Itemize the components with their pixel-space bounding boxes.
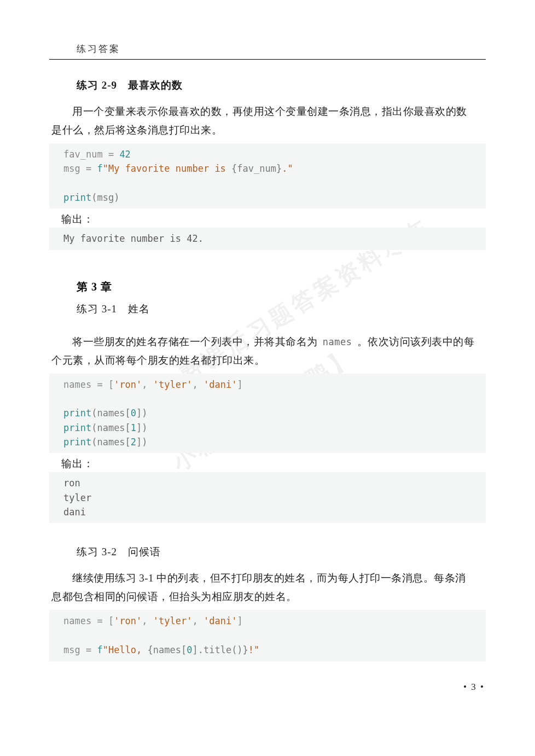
output-block-2-9: My favorite number is 42. (49, 228, 486, 249)
code-token: 'tyler' (153, 379, 193, 390)
code-token: ].title()} (192, 644, 248, 655)
code-block-3-1: names = ['ron', 'tyler', 'dani'] print(n… (49, 374, 486, 453)
code-token: "Hello, (103, 644, 148, 655)
exercise-2-9-title: 练习 2-9 最喜欢的数 (49, 78, 486, 92)
code-token: "My favorite number is (103, 163, 231, 174)
code-token: {names[ (148, 644, 187, 655)
code-token: print (63, 437, 91, 447)
desc-text: 。依次访问该列表中的每 (354, 336, 474, 347)
code-token: msg (63, 163, 86, 174)
chapter-3-title: 第 3 章 (49, 280, 486, 294)
exercise-2-9-desc-2: 是什么，然后将这条消息打印出来。 (49, 120, 486, 141)
code-token: 'tyler' (153, 615, 193, 626)
code-token: (names[ (91, 422, 131, 433)
code-token: 'dani' (203, 379, 237, 390)
code-token: 'dani' (203, 615, 237, 626)
code-token: ." (282, 163, 293, 174)
code-token: names (63, 379, 97, 390)
code-token: 'ron' (114, 615, 142, 626)
code-token: = (86, 163, 97, 174)
exercise-3-2-desc-2: 息都包含相同的问候语，但抬头为相应朋友的姓名。 (49, 586, 486, 607)
code-token: f (97, 163, 102, 174)
code-token: ] (237, 379, 242, 390)
code-token: 'ron' (114, 379, 142, 390)
code-token: 2 (131, 437, 136, 447)
exercise-3-2-desc-1: 继续使用练习 3-1 中的列表，但不打印朋友的姓名，而为每人打印一条消息。每条消 (49, 568, 486, 589)
document-page: 练习答案 练习 2-9 最喜欢的数 用一个变量来表示你最喜欢的数，再使用这个变量… (0, 0, 535, 683)
code-token: (names[ (91, 408, 131, 418)
code-token: names (63, 615, 97, 626)
code-token: 0 (131, 408, 136, 418)
exercise-3-1-desc-1: 将一些朋友的姓名存储在一个列表中，并将其命名为 names 。依次访问该列表中的… (49, 332, 486, 352)
code-token: , (192, 379, 203, 390)
code-token: , (192, 615, 203, 626)
code-token: !" (248, 644, 259, 655)
code-token: msg (63, 644, 86, 655)
code-token: 42 (119, 149, 130, 160)
inline-code-names: names (321, 336, 354, 347)
code-token: fav_num (63, 149, 108, 160)
code-token: ]) (136, 422, 147, 433)
exercise-2-9-desc-1: 用一个变量来表示你最喜欢的数，再使用这个变量创建一条消息，指出你最喜欢的数 (49, 101, 486, 122)
code-token: ]) (136, 408, 147, 418)
code-token: (names[ (91, 437, 131, 447)
code-token: print (63, 192, 91, 203)
code-token: 1 (131, 422, 136, 433)
output-label-2-9: 输出： (49, 208, 486, 228)
code-token: , (142, 379, 153, 390)
output-block-3-1: ron tyler dani (49, 472, 486, 523)
header-divider (49, 59, 486, 60)
code-block-2-9: fav_num = 42 msg = f"My favorite number … (49, 143, 486, 208)
code-token: ] (237, 615, 242, 626)
page-header-title: 练习答案 (49, 43, 486, 59)
code-token: = (86, 644, 97, 655)
exercise-3-2-title: 练习 3-2 问候语 (49, 545, 486, 559)
code-token: = (108, 149, 119, 160)
page-number: • 3 • (463, 682, 485, 693)
output-label-3-1: 输出： (49, 453, 486, 472)
exercise-3-1-desc-2: 个元素，从而将每个朋友的姓名都打印出来。 (49, 350, 486, 371)
desc-text: 将一些朋友的姓名存储在一个列表中，并将其命名为 (72, 336, 321, 347)
code-token: print (63, 422, 91, 433)
code-token: {fav_num} (231, 163, 282, 174)
code-token: ]) (136, 437, 147, 447)
code-token: (msg) (91, 192, 119, 203)
code-block-3-2: names = ['ron', 'tyler', 'dani'] msg = f… (49, 610, 486, 661)
code-token: = [ (97, 615, 114, 626)
code-token: 0 (187, 644, 192, 655)
code-token: print (63, 408, 91, 418)
code-token: f (97, 644, 102, 655)
code-token: = [ (97, 379, 114, 390)
code-token: , (142, 615, 153, 626)
exercise-3-1-title: 练习 3-1 姓名 (49, 302, 486, 316)
